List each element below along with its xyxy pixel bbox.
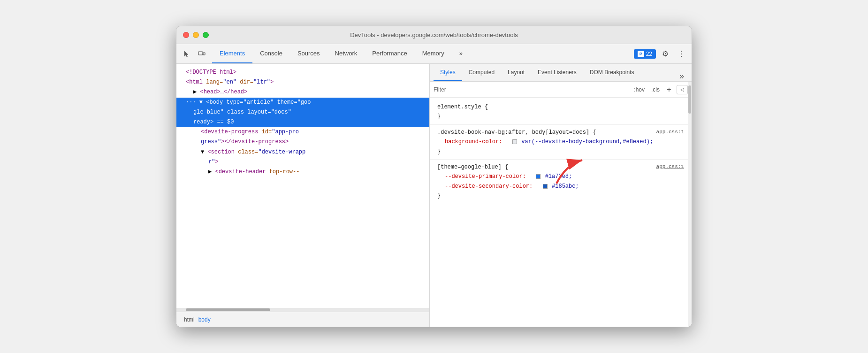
app-css-link-1[interactable]: app.css:1 [656,128,684,137]
toolbar-right: P 22 ⚙ ⋮ [634,47,688,61]
tab-dom-breakpoints[interactable]: DOM Breakpoints [583,64,641,81]
css-value-secondary: #185abc; [552,183,579,190]
tab-performance[interactable]: Performance [365,44,414,63]
traffic-lights [183,32,209,38]
cls-button[interactable]: .cls [649,85,662,94]
dom-line-head[interactable]: ▶ <head>…</head> [176,87,429,97]
hov-button[interactable]: :hov [632,85,647,94]
cursor-icon[interactable] [180,47,193,61]
right-scrollbar[interactable] [688,82,692,327]
css-rule-theme-google-blue: [theme=google-blue] { app.css:1 --devsit… [430,160,692,204]
devtools-window: DevTools - developers.google.com/web/too… [176,26,692,327]
scrollbar-thumb[interactable] [688,85,691,114]
css-selector-theme: [theme=google-blue] { [437,164,508,170]
dom-line-devsite-progress-1: <devsite-progress id="app-pro [176,127,429,137]
tab-elements[interactable]: Elements [212,44,252,63]
css-property-primary: --devsite-primary-color: [445,173,526,180]
filter-bar: :hov .cls + ◁ [430,82,692,98]
filter-input[interactable] [434,86,630,93]
filter-actions: :hov .cls + ◁ [632,85,688,94]
css-selector: element.style { [437,104,488,110]
maximize-button[interactable] [203,32,209,38]
dom-line-body-2: gle-blue" class layout="docs" [176,107,429,117]
svg-rect-0 [198,52,203,55]
dom-breadcrumb: html body [176,312,429,327]
color-swatch-e8eaed[interactable] [512,139,517,144]
device-toggle-icon[interactable] [195,47,208,61]
css-selector-devsite-book: .devsite-book-nav-bg:after, body[layout=… [437,129,596,136]
css-value-bg: var(--devsite-body-background,#e8eaed); [521,138,653,145]
console-badge-icon: P [638,51,644,57]
title-bar: DevTools - developers.google.com/web/too… [176,26,692,44]
dom-scrollbar-thumb[interactable] [186,308,270,311]
tab-network[interactable]: Network [327,44,365,63]
svg-rect-1 [203,53,205,55]
styles-tabs: Styles Computed Layout Event Listeners D… [430,64,692,82]
css-property-bg-color: background-color: [445,138,502,145]
css-rule-devsite-book: .devsite-book-nav-bg:after, body[layout=… [430,125,692,160]
color-swatch-185abc[interactable] [543,184,548,189]
minimize-button[interactable] [193,32,199,38]
dom-line-html: <html lang="en" dir="ltr"> [176,77,429,87]
dom-line-devsite-progress-2: gress"></devsite-progress> [176,137,429,147]
tab-layout[interactable]: Layout [501,64,531,81]
css-rule-element-style: element.style { } [430,100,692,125]
app-css-link-2[interactable]: app.css:1 [656,162,684,171]
tab-console[interactable]: Console [252,44,290,63]
dom-panel: <!DOCTYPE html> <html lang="en" dir="ltr… [176,64,430,327]
dom-line-section-2: r"> [176,157,429,167]
css-property-secondary: --devsite-secondary-color: [445,183,533,190]
tab-more[interactable]: » [452,44,470,63]
devtools-tabs: Elements Console Sources Network Perform… [212,44,634,63]
dom-line-doctype: <!DOCTYPE html> [176,68,429,77]
dom-line-devsite-header[interactable]: ▶ <devsite-header top-row-- [176,167,429,177]
toolbar-icons [180,47,208,61]
tab-computed[interactable]: Computed [462,64,501,81]
tab-memory[interactable]: Memory [415,44,452,63]
color-swatch-1a73e8[interactable] [536,174,541,179]
console-badge-button[interactable]: P 22 [634,49,656,59]
window-title: DevTools - developers.google.com/web/too… [350,31,518,38]
breadcrumb-body[interactable]: body [197,315,213,324]
css-rules: element.style { } .devsite-book-nav-bg:a… [430,98,692,327]
devtools-main: <!DOCTYPE html> <html lang="en" dir="ltr… [176,64,692,327]
dom-tree: <!DOCTYPE html> <html lang="en" dir="ltr… [176,64,429,308]
devtools-toolbar: Elements Console Sources Network Perform… [176,44,692,64]
dom-line-body-1[interactable]: ··· ▼ <body type="article" theme="goo [176,98,429,107]
toggle-panel-button[interactable]: ◁ [677,85,688,94]
styles-tab-more[interactable]: » [676,71,688,81]
tab-sources[interactable]: Sources [290,44,327,63]
css-value-primary: #1a73e8; [545,173,572,180]
styles-panel: Styles Computed Layout Event Listeners D… [430,64,692,327]
dom-line-section[interactable]: ▼ <section class="devsite-wrapp [176,147,429,157]
dom-line-body-3: ready> == $0 [176,117,429,127]
tab-event-listeners[interactable]: Event Listeners [531,64,583,81]
close-button[interactable] [183,32,189,38]
tab-styles[interactable]: Styles [434,64,462,81]
add-style-button[interactable]: + [664,85,674,94]
breadcrumb-html[interactable]: html [182,315,197,324]
more-menu-icon[interactable]: ⋮ [675,47,688,61]
settings-icon[interactable]: ⚙ [659,47,672,61]
dom-horizontal-scrollbar[interactable] [176,308,429,312]
